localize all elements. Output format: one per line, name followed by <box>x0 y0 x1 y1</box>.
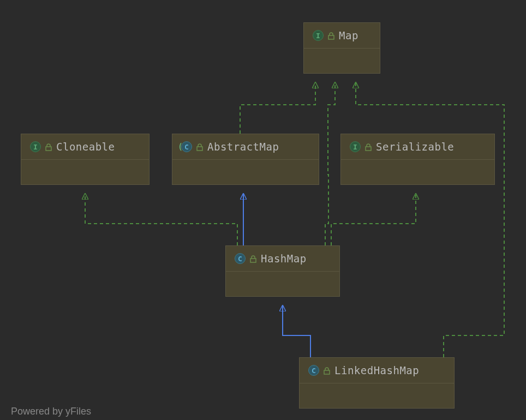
edge-hashmap-cloneable <box>85 194 237 245</box>
node-map[interactable]: I Map <box>303 22 380 74</box>
interface-icon: I <box>313 30 324 41</box>
edge-abstractmap-map <box>240 83 315 134</box>
class-icon: C <box>235 253 246 264</box>
lock-icon <box>328 32 334 39</box>
node-cloneable[interactable]: I Cloneable <box>21 134 150 185</box>
lock-icon <box>45 143 52 151</box>
node-label: HashMap <box>261 253 307 265</box>
interface-icon: I <box>350 141 361 152</box>
diagram-canvas: I Map I Cloneable C AbstractMap <box>0 0 526 420</box>
node-label: Cloneable <box>56 141 115 153</box>
edge-hashmap-serializable <box>331 194 416 245</box>
edge-linkedhashmap-hashmap <box>283 306 310 357</box>
node-hashmap[interactable]: C HashMap <box>225 245 340 297</box>
interface-icon: I <box>30 141 41 152</box>
class-icon: C <box>308 365 319 376</box>
node-label: Serializable <box>376 141 454 153</box>
lock-icon <box>196 143 203 151</box>
node-label: AbstractMap <box>207 141 279 153</box>
node-label: Map <box>339 29 358 41</box>
node-label: LinkedHashMap <box>334 364 419 376</box>
node-linkedhashmap[interactable]: C LinkedHashMap <box>299 357 455 409</box>
node-serializable[interactable]: I Serializable <box>340 134 495 185</box>
edge-hashmap-map <box>325 83 335 245</box>
edge-linkedhashmap-map <box>356 83 504 357</box>
lock-icon <box>365 143 372 151</box>
footer-attribution: Powered by yFiles <box>11 406 91 417</box>
lock-icon <box>250 255 256 262</box>
node-abstractmap[interactable]: C AbstractMap <box>172 134 319 185</box>
lock-icon <box>324 367 330 374</box>
abstract-class-icon: C <box>181 141 192 152</box>
